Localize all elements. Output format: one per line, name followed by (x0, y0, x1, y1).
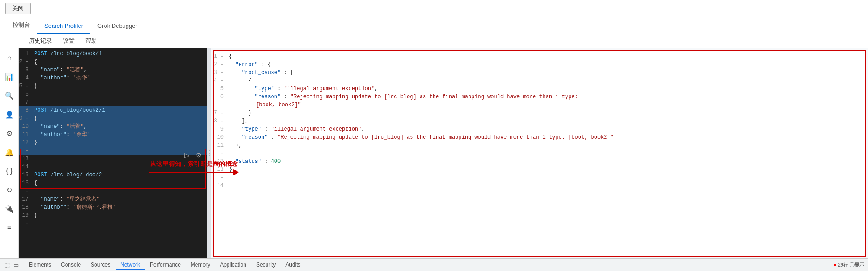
line-content-8: POST /lrc_blog/book2/1 (32, 106, 203, 114)
line-content-11: "author": "余华" (32, 131, 203, 139)
editor-line-17: 17 "name": "星之继承者", (19, 195, 207, 203)
dt-tab-performance[interactable]: Performance (145, 261, 185, 270)
editor-line-16: 16 - { (19, 179, 207, 195)
editor-line-10: 10 "name": "活着", (19, 122, 207, 131)
line-num-13: 13 (19, 155, 32, 163)
close-button[interactable]: 关闭 (5, 3, 31, 14)
tab-grok-debugger[interactable]: Grok Debugger (90, 19, 145, 34)
sidebar-gear-icon[interactable]: ⚙ (3, 127, 16, 140)
annotation-text: 从这里得知，索引即是表的概念 (150, 160, 238, 168)
editor-line-19: 19 - } (19, 211, 207, 227)
line-num-4: 4 (19, 74, 32, 82)
right-panel: 1 - { 2 - "error" : { 3 - "root_cause" :… (213, 50, 866, 257)
top-bar: 关闭 (0, 0, 868, 17)
resp-line-9: 9 "type" : "illegal_argument_exception", (214, 125, 865, 133)
line-num-11: 11 (19, 131, 32, 139)
run-button[interactable]: ▷ (182, 150, 192, 160)
sidebar-bell-icon[interactable]: 🔔 (3, 146, 16, 158)
line-num-9: 9 - (19, 114, 32, 122)
line-content-10: "name": "活着", (32, 122, 203, 131)
menu-history[interactable]: 历史记录 (27, 36, 54, 46)
sidebar-icons: ⌂ 📊 🔍 👤 ⚙ 🔔 { } ↻ 🔌 ≡ (0, 48, 19, 258)
tab-console[interactable]: 控制台 (5, 17, 37, 34)
devtools-status: ● 29行 ⓘ显示 (833, 262, 864, 268)
line-content-2: { (32, 58, 203, 66)
devtools-bar: ⬚ ▭ Elements Console Sources Network Per… (0, 258, 868, 271)
line-content-17: "name": "星之继承者", (32, 195, 203, 203)
run-btn-area: ▷ ⚙ (182, 150, 203, 160)
line-num-18: 18 (19, 203, 32, 211)
resp-line-14: 14 (214, 182, 865, 190)
line-content-4: "author": "余华" (32, 74, 203, 82)
sidebar-home-icon[interactable]: ⌂ (3, 52, 16, 64)
sidebar-layers-icon[interactable]: ≡ (3, 221, 16, 234)
sidebar-refresh-icon[interactable]: ↻ (3, 184, 16, 196)
dt-tab-sources[interactable]: Sources (86, 261, 115, 270)
line-num-12: 12 - (19, 139, 32, 155)
sidebar-code-icon[interactable]: { } (3, 165, 16, 177)
editor-line-9: 9 - { (19, 114, 207, 122)
editor-line-5: 5 - } (19, 82, 207, 90)
devtools-device-icon[interactable]: ▭ (13, 261, 20, 269)
editor-line-11: 11 "author": "余华" (19, 131, 207, 139)
editor-line-18: 18 "author": "詹姆斯·P.霍根" (19, 203, 207, 211)
response-editor[interactable]: 1 - { 2 - "error" : { 3 - "root_cause" :… (214, 51, 865, 256)
dt-tab-security[interactable]: Security (252, 261, 280, 270)
left-panel: 1 POST /lrc_blog/book/1 2 - { 3 "name": … (19, 48, 207, 258)
dt-tab-elements[interactable]: Elements (24, 261, 56, 270)
line-num-16: 16 - (19, 179, 32, 195)
sidebar-chart-icon[interactable]: 📊 (3, 70, 16, 83)
code-editor[interactable]: 1 POST /lrc_blog/book/1 2 - { 3 "name": … (19, 48, 207, 258)
line-num-2: 2 - (19, 58, 32, 66)
resp-line-5: 5 "type" : "illegal_argument_exception", (214, 85, 865, 93)
line-num-17: 17 (19, 195, 32, 203)
resp-line-4: 4 - { (214, 77, 865, 85)
resp-line-8: 8 - ], (214, 117, 865, 125)
resp-line-13: 13 - } (214, 166, 865, 182)
dt-tab-memory[interactable]: Memory (186, 261, 215, 270)
editor-line-6: 6 (19, 90, 207, 98)
run-settings-button[interactable]: ⚙ (193, 150, 203, 160)
line-content-5: } (32, 82, 203, 90)
line-num-5: 5 - (19, 82, 32, 90)
sidebar-plugin-icon[interactable]: 🔌 (3, 202, 16, 215)
dt-tab-audits[interactable]: Audits (281, 261, 305, 270)
resp-line-12: 12 "status" : 400 (214, 157, 865, 166)
line-content-1: POST /lrc_blog/book/1 (32, 50, 203, 58)
line-content-18: "author": "詹姆斯·P.霍根" (32, 203, 203, 211)
line-num-14: 14 (19, 163, 32, 171)
line-content-3: "name": "活着", (32, 66, 203, 74)
line-content-19: } (32, 211, 203, 219)
line-content-12: } (32, 139, 203, 147)
line-num-8: 8 (19, 106, 32, 114)
line-num-19: 19 - (19, 211, 32, 227)
editor-line-8: 8 POST /lrc_blog/book2/1 (19, 106, 207, 114)
line-num-6: 6 (19, 90, 32, 98)
line-content-9: { (32, 114, 203, 122)
editor-line-2: 2 - { (19, 58, 207, 66)
line-num-7: 7 (19, 98, 32, 106)
tab-search-profiler[interactable]: Search Profiler (37, 19, 90, 34)
menu-bar: 历史记录 设置 帮助 (0, 34, 868, 48)
devtools-inspect-icon[interactable]: ⬚ (4, 261, 11, 269)
menu-settings[interactable]: 设置 (61, 36, 76, 46)
line-content-16: { (32, 179, 203, 187)
devtools-error-icon: ● (833, 262, 837, 267)
dt-tab-network[interactable]: Network (116, 261, 145, 270)
resp-line-1: 1 - { (214, 52, 865, 61)
editor-line-3: 3 "name": "活着", (19, 66, 207, 74)
editor-line-7: 7 (19, 98, 207, 106)
sidebar-user-icon[interactable]: 👤 (3, 108, 16, 121)
devtools-icons: ⬚ ▭ (4, 261, 20, 269)
tab-bar: 控制台 Search Profiler Grok Debugger (0, 17, 868, 34)
dt-tab-console[interactable]: Console (57, 261, 85, 270)
devtools-status-text: 29行 ⓘ显示 (838, 262, 864, 267)
line-num-10: 10 (19, 122, 32, 131)
menu-help[interactable]: 帮助 (83, 36, 99, 46)
line-num-15: 15 (19, 171, 32, 179)
dt-tab-application[interactable]: Application (215, 261, 251, 270)
sidebar-search-icon[interactable]: 🔍 (3, 89, 16, 102)
editor-line-4: 4 "author": "余华" (19, 74, 207, 82)
line-num-3: 3 (19, 66, 32, 74)
panel-divider[interactable] (207, 48, 211, 258)
